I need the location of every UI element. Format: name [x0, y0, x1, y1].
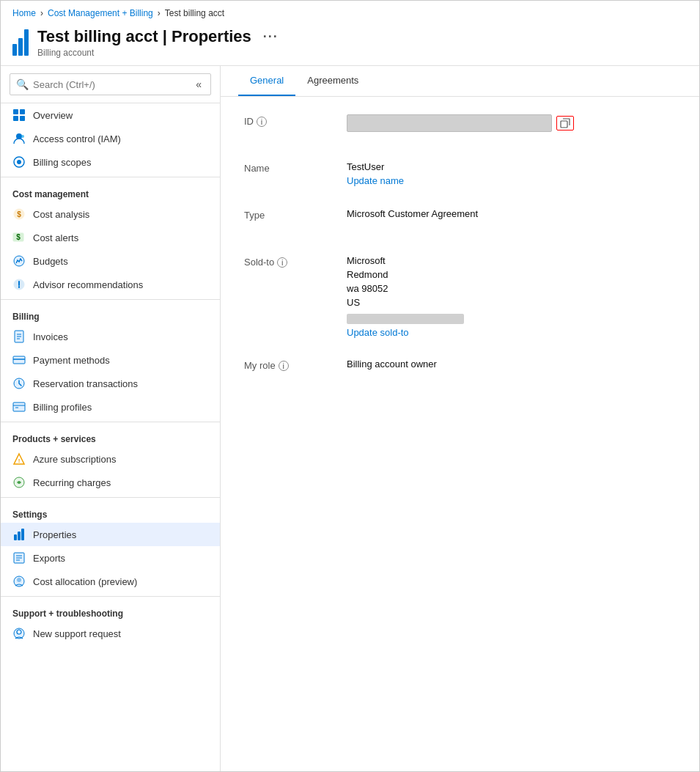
field-id-label: ID i	[244, 114, 332, 127]
sidebar-item-cost-alerts-label: Cost alerts	[33, 232, 78, 243]
sidebar-item-payment-methods[interactable]: Payment methods	[1, 348, 220, 372]
svg-rect-35	[561, 121, 567, 128]
copy-id-button[interactable]	[556, 116, 574, 130]
field-name-value: TestUser Update name	[347, 161, 676, 186]
invoices-icon	[12, 330, 26, 343]
cost-analysis-icon: $	[12, 207, 26, 221]
sidebar-item-azure-subscriptions-label: Azure subscriptions	[33, 454, 116, 465]
sidebar: 🔍 « Overview Acces	[1, 66, 221, 771]
sidebar-nav: Overview Access control (IAM) Billing sc…	[1, 103, 220, 771]
section-billing: Billing	[1, 303, 220, 325]
billing-scopes-icon	[12, 155, 26, 169]
sidebar-item-invoices[interactable]: Invoices	[1, 325, 220, 348]
field-my-role-label: My role i	[244, 359, 332, 371]
sidebar-item-azure-subscriptions[interactable]: ! Azure subscriptions	[1, 447, 220, 471]
field-id-value	[347, 114, 676, 132]
sidebar-item-recurring-charges-label: Recurring charges	[33, 477, 111, 488]
sidebar-item-cost-analysis-label: Cost analysis	[33, 209, 89, 220]
svg-point-5	[21, 135, 24, 138]
app-logo-icon	[12, 29, 29, 56]
search-input[interactable]	[33, 79, 188, 90]
sidebar-item-reservation-transactions-label: Reservation transactions	[33, 378, 138, 389]
svg-text:!: !	[18, 457, 21, 464]
field-name: Name TestUser Update name	[244, 161, 676, 188]
properties-icon	[12, 528, 26, 541]
tab-agreements[interactable]: Agreements	[295, 66, 370, 96]
page-header: Test billing acct | Properties ··· Billi…	[1, 23, 699, 66]
field-sold-to-value: Microsoft Redmond wa 98052 US Update sol…	[347, 255, 676, 338]
field-sold-to: Sold-to i Microsoft Redmond wa 98052 US …	[244, 255, 676, 338]
sidebar-item-budgets[interactable]: Budgets	[1, 249, 220, 273]
sidebar-item-billing-profiles[interactable]: Billing profiles	[1, 395, 220, 419]
field-type-value: Microsoft Customer Agreement	[347, 208, 676, 219]
field-name-label: Name	[244, 161, 332, 174]
svg-point-32	[17, 578, 21, 582]
tab-general[interactable]: General	[238, 66, 295, 96]
sold-to-line3: wa 98052	[347, 283, 676, 294]
sidebar-item-reservation-transactions[interactable]: Reservation transactions	[1, 372, 220, 395]
cost-allocation-icon	[12, 575, 26, 588]
my-role-value: Billing account owner	[347, 359, 676, 370]
breadcrumb: Home › Cost Management + Billing › Test …	[1, 1, 699, 23]
sidebar-search-container: 🔍 «	[1, 66, 220, 103]
sidebar-item-advisor[interactable]: Advisor recommendations	[1, 273, 220, 296]
breadcrumb-current: Test billing acct	[165, 8, 224, 18]
svg-rect-1	[20, 109, 25, 114]
field-sold-to-label: Sold-to i	[244, 255, 332, 268]
name-value: TestUser	[347, 161, 676, 172]
field-my-role-value: Billing account owner	[347, 359, 676, 370]
sidebar-item-invoices-label: Invoices	[33, 331, 68, 342]
overview-icon	[12, 109, 26, 122]
section-products-services: Products + services	[1, 425, 220, 447]
sidebar-item-payment-methods-label: Payment methods	[33, 355, 110, 366]
page-subtitle: Billing account	[37, 48, 279, 58]
sold-to-line2: Redmond	[347, 269, 676, 280]
svg-rect-18	[13, 356, 25, 364]
sidebar-item-recurring-charges[interactable]: Recurring charges	[1, 471, 220, 494]
content-area: General Agreements ID i	[221, 66, 699, 771]
sidebar-item-properties[interactable]: Properties	[1, 523, 220, 546]
cost-alerts-icon: $	[12, 231, 26, 244]
more-options-button[interactable]: ···	[263, 29, 279, 45]
type-value: Microsoft Customer Agreement	[347, 208, 676, 219]
sidebar-item-exports[interactable]: Exports	[1, 546, 220, 570]
advisor-icon	[12, 278, 26, 291]
content-body: ID i Name	[221, 97, 699, 402]
sidebar-item-cost-analysis[interactable]: $ Cost analysis	[1, 202, 220, 226]
sidebar-item-cost-allocation[interactable]: Cost allocation (preview)	[1, 570, 220, 593]
sidebar-item-billing-scopes[interactable]: Billing scopes	[1, 150, 220, 174]
id-blurred-value	[347, 114, 552, 132]
sidebar-item-cost-alerts[interactable]: $ Cost alerts	[1, 226, 220, 249]
reservation-icon	[12, 377, 26, 390]
section-settings: Settings	[1, 501, 220, 523]
sidebar-item-properties-label: Properties	[33, 529, 76, 540]
breadcrumb-cost-management[interactable]: Cost Management + Billing	[48, 8, 153, 18]
sidebar-item-billing-profiles-label: Billing profiles	[33, 402, 92, 413]
svg-rect-0	[13, 109, 18, 114]
update-name-link[interactable]: Update name	[347, 175, 676, 186]
breadcrumb-home[interactable]: Home	[12, 8, 36, 18]
id-info-icon[interactable]: i	[257, 117, 267, 127]
support-icon	[12, 627, 26, 640]
sidebar-item-overview[interactable]: Overview	[1, 103, 220, 127]
budgets-icon	[12, 254, 26, 268]
svg-rect-3	[20, 116, 25, 121]
sold-to-info-icon[interactable]: i	[277, 257, 287, 268]
sold-to-line1: Microsoft	[347, 255, 676, 266]
collapse-button[interactable]: «	[193, 77, 205, 92]
tab-bar: General Agreements	[221, 66, 699, 97]
update-sold-to-link[interactable]: Update sold-to	[347, 327, 676, 338]
sidebar-item-cost-allocation-label: Cost allocation (preview)	[33, 576, 137, 587]
sidebar-item-new-support-request[interactable]: New support request	[1, 622, 220, 645]
my-role-info-icon[interactable]: i	[279, 361, 289, 371]
field-type-label: Type	[244, 208, 332, 221]
sold-to-line4: US	[347, 297, 676, 308]
sidebar-item-billing-scopes-label: Billing scopes	[33, 157, 92, 168]
sidebar-item-access-control[interactable]: Access control (IAM)	[1, 127, 220, 150]
iam-icon	[12, 132, 26, 145]
field-my-role: My role i Billing account owner	[244, 359, 676, 385]
subscriptions-icon: !	[12, 452, 26, 466]
svg-point-7	[17, 160, 21, 164]
svg-rect-21	[13, 402, 25, 411]
exports-icon	[12, 551, 26, 565]
